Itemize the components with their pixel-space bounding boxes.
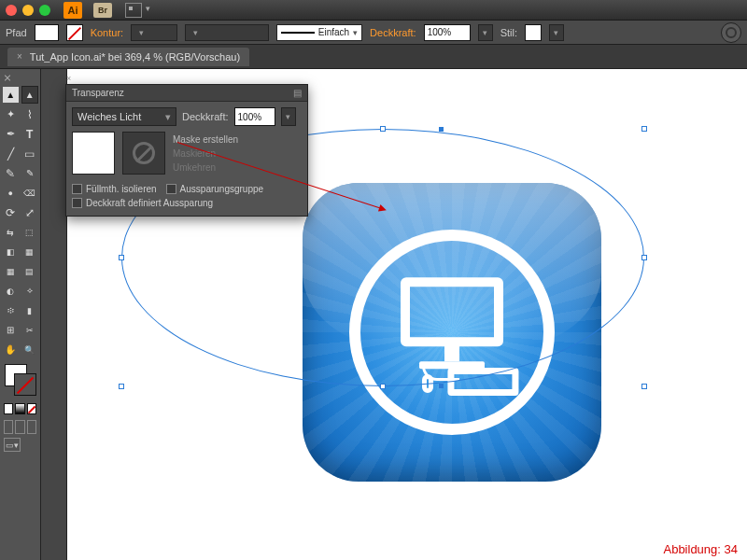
- brush-definition-dropdown[interactable]: Einfach▾: [276, 24, 362, 41]
- screen-mode[interactable]: ▭▾: [4, 438, 36, 452]
- opacity-thumbnail[interactable]: [72, 132, 115, 175]
- close-window-icon[interactable]: [6, 5, 17, 16]
- panel-opacity-label: Deckkraft:: [182, 111, 229, 122]
- stroke-indicator[interactable]: [14, 373, 36, 396]
- column-graph-tool[interactable]: [21, 301, 39, 319]
- fill-swatch[interactable]: [35, 24, 59, 41]
- stroke-label[interactable]: Kontur:: [91, 27, 123, 38]
- artboard-tool[interactable]: [2, 321, 20, 339]
- mask-thumbnail[interactable]: [122, 132, 165, 175]
- direct-selection-tool[interactable]: [21, 86, 39, 104]
- panel-menu-icon[interactable]: ▤: [293, 88, 302, 98]
- variable-width-profile-dropdown[interactable]: ▾: [185, 24, 269, 41]
- blend-mode-dropdown[interactable]: Weiches Licht▾: [72, 107, 176, 126]
- transparency-panel[interactable]: × Transparenz ▤ Weiches Licht▾ Deckkraft…: [65, 84, 308, 217]
- paintbrush-tool[interactable]: [2, 164, 20, 182]
- draw-behind[interactable]: [15, 420, 24, 434]
- panel-collapse-icon[interactable]: ×: [66, 74, 71, 83]
- shape-builder-tool[interactable]: [2, 243, 20, 260]
- width-tool[interactable]: [2, 223, 20, 241]
- mesh-tool[interactable]: [2, 262, 20, 280]
- illustrator-app-icon: Ai: [63, 2, 82, 19]
- blob-brush-tool[interactable]: [2, 184, 20, 202]
- handle-bot-mid[interactable]: [380, 384, 386, 389]
- rectangle-tool[interactable]: [21, 145, 39, 162]
- eyedropper-tool[interactable]: [2, 282, 20, 300]
- pen-tool[interactable]: [2, 125, 20, 143]
- traffic-lights: [6, 5, 50, 16]
- handle-top-right[interactable]: [641, 126, 647, 132]
- graphic-style-swatch[interactable]: [525, 24, 542, 41]
- panel-gutter: [41, 69, 67, 560]
- stroke-swatch[interactable]: [66, 24, 83, 41]
- line-segment-tool[interactable]: [2, 145, 20, 162]
- eraser-tool[interactable]: [21, 184, 39, 202]
- free-transform-tool[interactable]: [21, 223, 39, 241]
- color-mode-gradient[interactable]: [15, 403, 24, 414]
- handle-bot-left[interactable]: [119, 384, 124, 389]
- selection-tool[interactable]: [2, 86, 20, 104]
- document-tab-title: Tut_App Icon.ai* bei 369,4 % (RGB/Vorsch…: [30, 51, 240, 63]
- color-mode-solid[interactable]: [4, 403, 13, 414]
- hand-tool[interactable]: [2, 341, 20, 358]
- scale-tool[interactable]: [21, 203, 39, 221]
- handle-bot-right[interactable]: [641, 384, 647, 389]
- figure-caption: Abbildung: 34: [663, 542, 738, 556]
- fill-stroke-control[interactable]: [5, 364, 36, 396]
- document-tab[interactable]: × Tut_App Icon.ai* bei 369,4 % (RGB/Vors…: [7, 48, 249, 66]
- style-label: Stil:: [500, 27, 517, 38]
- pencil-tool[interactable]: [21, 164, 39, 182]
- blend-tool[interactable]: [21, 282, 39, 300]
- knockout-group-checkbox[interactable]: Aussparungsgruppe: [166, 184, 264, 194]
- tools-panel-close-icon[interactable]: [4, 75, 11, 82]
- lasso-tool[interactable]: [21, 105, 39, 123]
- anchor-point[interactable]: [439, 384, 444, 388]
- stroke-weight-dropdown[interactable]: ▾: [131, 24, 177, 41]
- draw-normal[interactable]: [4, 420, 13, 434]
- panel-opacity-stepper[interactable]: ▾: [281, 107, 296, 126]
- tools-panel: ▭▾: [0, 69, 41, 560]
- no-mask-icon: [133, 142, 155, 164]
- mask-options: Maske erstellen Maskieren Umkehren: [173, 133, 238, 175]
- zoom-window-icon[interactable]: [39, 5, 50, 16]
- document-tab-strip: × Tut_App Icon.ai* bei 369,4 % (RGB/Vors…: [0, 45, 747, 69]
- anchor-point[interactable]: [439, 127, 444, 132]
- selection-type-label: Pfad: [6, 27, 27, 38]
- zoom-tool[interactable]: [21, 341, 39, 358]
- style-dropdown[interactable]: ▾: [549, 24, 564, 41]
- color-mode-none[interactable]: [27, 403, 36, 414]
- invert-checkbox-label: Umkehren: [173, 161, 238, 175]
- minimize-window-icon[interactable]: [22, 5, 34, 16]
- draw-modes: [4, 420, 36, 434]
- color-mode-swatches: [4, 403, 36, 414]
- close-tab-icon[interactable]: ×: [17, 51, 22, 62]
- opacity-input[interactable]: [424, 24, 471, 41]
- rotate-tool[interactable]: [2, 203, 20, 221]
- opacity-stepper[interactable]: ▾: [478, 24, 493, 41]
- opacity-label[interactable]: Deckkraft:: [370, 27, 416, 38]
- type-tool[interactable]: [21, 125, 39, 143]
- perspective-grid-tool[interactable]: [21, 243, 39, 260]
- blend-mode-value: Weiches Licht: [78, 111, 141, 122]
- handle-mid-right[interactable]: [641, 255, 647, 260]
- panel-titlebar[interactable]: Transparenz ▤: [66, 85, 307, 102]
- bridge-shortcut-icon[interactable]: Br: [93, 3, 112, 18]
- panel-opacity-input[interactable]: [234, 107, 275, 126]
- panel-title: Transparenz: [72, 88, 124, 98]
- opacity-defines-knockout-checkbox[interactable]: Deckkraft definiert Aussparung: [72, 198, 213, 208]
- magic-wand-tool[interactable]: [2, 105, 20, 123]
- control-bar: Pfad Kontur: ▾ ▾ Einfach▾ Deckkraft: ▾ S…: [0, 21, 747, 45]
- isolate-blending-checkbox[interactable]: Füllmth. isolieren: [72, 184, 157, 194]
- symbol-sprayer-tool[interactable]: [2, 301, 20, 319]
- handle-mid-left[interactable]: [119, 255, 124, 260]
- draw-inside[interactable]: [27, 420, 36, 434]
- recolor-artwork-button[interactable]: [721, 22, 741, 43]
- window-titlebar: Ai Br: [0, 0, 747, 21]
- slice-tool[interactable]: [21, 321, 39, 339]
- gradient-tool[interactable]: [21, 262, 39, 280]
- handle-top-mid[interactable]: [380, 126, 386, 132]
- arrange-documents-icon[interactable]: [125, 3, 142, 18]
